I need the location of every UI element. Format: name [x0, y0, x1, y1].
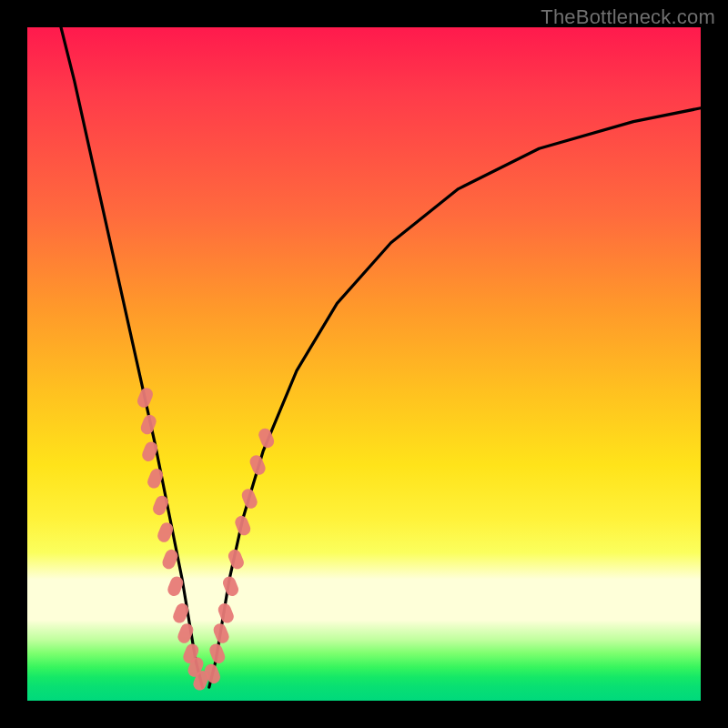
data-marker [240, 487, 259, 511]
data-marker [248, 453, 267, 477]
data-marker [211, 622, 230, 645]
data-marker [207, 642, 227, 665]
plot-area [27, 27, 701, 701]
data-marker [146, 467, 165, 490]
data-marker [140, 440, 159, 463]
chart-svg [27, 27, 701, 701]
data-marker [136, 386, 155, 410]
data-marker [151, 494, 170, 518]
data-marker [139, 413, 158, 437]
watermark-text: TheBottleneck.com [541, 5, 715, 29]
curve-layer [61, 27, 701, 687]
marker-layer [136, 386, 276, 692]
chart-frame: TheBottleneck.com [0, 0, 728, 728]
data-marker [233, 514, 252, 538]
data-marker [227, 548, 246, 571]
data-marker [221, 574, 240, 598]
data-marker [217, 602, 236, 625]
curve-right-branch [209, 108, 701, 687]
